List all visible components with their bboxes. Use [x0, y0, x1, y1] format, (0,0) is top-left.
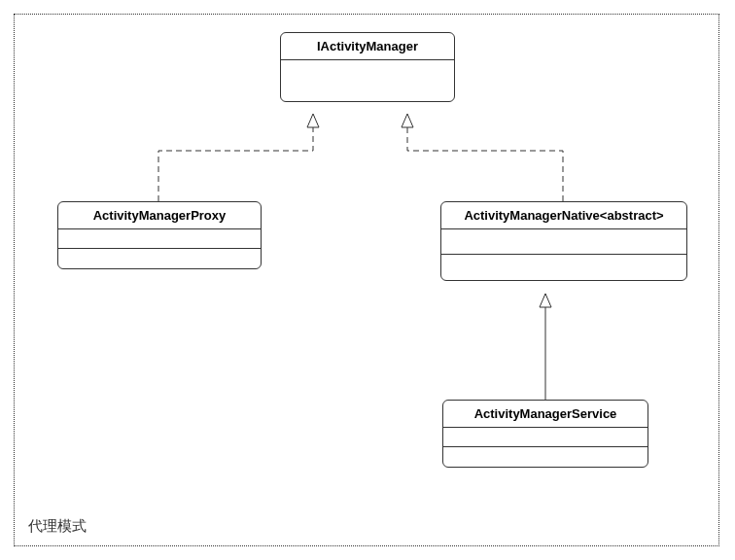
- class-operations: [441, 255, 686, 280]
- package-frame: 代理模式 IActivityManager ActivityManagerPro…: [14, 14, 719, 546]
- package-label: 代理模式: [28, 517, 87, 536]
- realization-native-to-interface: [407, 114, 563, 201]
- class-operations: [443, 447, 648, 467]
- class-iactivitymanager: IActivityManager: [280, 32, 455, 102]
- class-attributes: [441, 229, 686, 255]
- class-title: ActivityManagerProxy: [58, 202, 261, 229]
- class-title: ActivityManagerService: [443, 401, 648, 428]
- class-title: IActivityManager: [281, 33, 454, 60]
- class-attributes: [58, 229, 261, 249]
- class-activitymanagerservice: ActivityManagerService: [442, 400, 648, 468]
- class-title: ActivityManagerNative<abstract>: [441, 202, 686, 229]
- class-operations: [58, 249, 261, 268]
- realization-proxy-to-interface: [158, 114, 313, 201]
- class-attributes: [281, 60, 454, 101]
- class-attributes: [443, 428, 648, 447]
- class-activitymanagerproxy: ActivityManagerProxy: [57, 201, 262, 269]
- class-activitymanagernative: ActivityManagerNative<abstract>: [440, 201, 687, 281]
